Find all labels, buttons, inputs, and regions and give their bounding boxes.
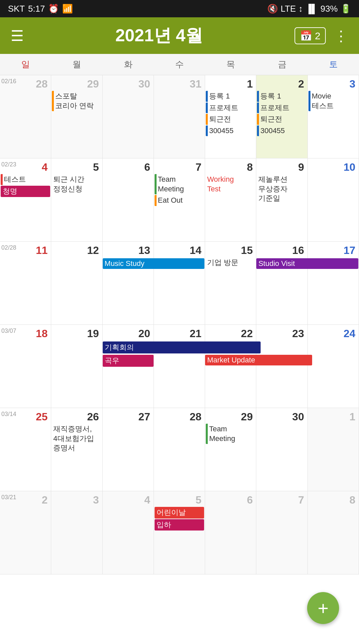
day-num: 4 [103,493,153,506]
day-cell[interactable]: 5 퇴근 시간 정정신청 [51,158,102,242]
day-num: 1 [308,409,358,423]
mute-icon: 🔇 [267,4,278,14]
day-cell[interactable]: 4 [103,491,154,574]
day-num: 2 [257,77,306,90]
day-cell[interactable]: 8 [308,491,359,574]
day-header-sat: 토 [308,54,359,75]
carrier: SKT [8,4,25,14]
day-num: 31 [155,77,204,90]
day-cell[interactable]: 13 Music Study [103,242,154,325]
day-num: 22 [206,326,255,340]
day-cell[interactable]: 30 [103,75,154,158]
day-cell[interactable]: 6 [103,158,154,242]
more-icon[interactable]: ⋮ [334,27,348,44]
event-label: Eat Out [155,195,204,206]
event-label: 등록 1 [257,91,306,102]
day-cell[interactable]: 29 스포탈 코리아 연락 [51,75,102,158]
day-cell[interactable]: 5 어린이날 입하 [154,491,205,574]
day-num: 29 [206,409,255,423]
day-cell[interactable]: 8 Working Test [205,158,256,242]
day-cell[interactable]: 14 [154,242,205,325]
day-cell[interactable]: 21 [154,325,205,408]
today-button[interactable]: 📅 2 [295,27,326,44]
event-label: 재직증명서, 4대보험가입 증명서 [52,424,101,454]
day-cell[interactable]: 02/16 28 [0,75,51,158]
day-cell[interactable]: 9 제놀루션 무상증자 기준일 [256,158,307,242]
battery-icon: 🔋 [340,4,351,14]
day-num: 12 [52,243,101,257]
day-cell[interactable]: 24 [308,325,359,408]
event-label: 스포탈 코리아 연락 [52,91,101,111]
day-cell[interactable]: 28 [154,408,205,491]
day-cell[interactable]: 7 [256,491,307,574]
day-cell[interactable]: 22 Market Update [205,325,256,408]
today-num: 2 [315,30,320,41]
day-num: 5 [52,160,101,173]
day-cell[interactable]: 12 [51,242,102,325]
day-cell[interactable]: 3 Movie 테스트 [308,75,359,158]
signal-icon: 📶 [62,4,73,14]
week-row-3: 02/28 11 12 13 Music Study 14 15 기업 방문 1… [0,242,359,325]
menu-icon[interactable]: ☰ [11,27,24,44]
day-cell[interactable]: 7 Team Meeting Eat Out [154,158,205,242]
day-cell[interactable]: 02/23 4 테스트 청명 [0,158,51,242]
day-cell[interactable]: 03/14 25 [0,408,51,491]
day-num: 14 [155,243,204,257]
day-cell[interactable]: 3 [51,491,102,574]
add-event-button[interactable]: + [307,592,339,624]
week-row-4: 03/07 18 19 20 기획회의 곡우 21 22 Market Upda… [0,325,359,408]
day-cell[interactable]: 10 [308,158,359,242]
day-num: 29 [52,77,101,90]
day-cell[interactable]: 6 [205,491,256,574]
event-childrens-day: 어린이날 [155,507,204,519]
day-cell[interactable]: 1 [308,408,359,491]
day-cell[interactable]: 27 [103,408,154,491]
day-headers: 일 월 화 수 목 금 토 [0,54,359,75]
day-num: 8 [206,160,255,173]
event-label: 등록 1 [206,91,255,102]
event-label: 테스트 [1,174,50,185]
event-studio-visit: Studio Visit [256,258,358,269]
day-num: 20 [103,326,153,340]
event-label: 프로제트 [257,103,306,113]
day-num: 26 [52,409,101,423]
day-num: 10 [308,160,358,173]
day-header-sun: 일 [0,54,51,75]
day-cell[interactable]: 20 기획회의 곡우 [103,325,154,408]
day-cell-today[interactable]: 2 등록 1 프로제트 퇴근전 300455 [256,75,307,158]
day-num: 16 [257,243,306,257]
day-cell[interactable]: 17 [308,242,359,325]
wifi-icon: ↕ [299,4,303,14]
battery: 93% [320,4,338,14]
day-num: 23 [257,326,306,340]
day-cell[interactable]: 31 [154,75,205,158]
day-cell[interactable]: 26 재직증명서, 4대보험가입 증명서 [51,408,102,491]
day-cell[interactable]: 15 기업 방문 [205,242,256,325]
day-num: 6 [103,160,153,173]
day-cell[interactable]: 03/21 2 [0,491,51,574]
day-cell[interactable]: 16 Studio Visit [256,242,307,325]
day-cell[interactable]: 23 [256,325,307,408]
day-cell[interactable]: 29 Team Meeting [205,408,256,491]
event-ipha: 입하 [155,519,204,531]
day-cell[interactable]: 30 [256,408,307,491]
day-cell[interactable]: 19 [51,325,102,408]
day-cell[interactable]: 02/28 11 [0,242,51,325]
event-label: Movie 테스트 [308,91,358,111]
event-label: 퇴근 시간 정정신청 [52,174,101,194]
lte-label: LTE [281,4,296,14]
day-header-mon: 월 [51,54,102,75]
day-num: 8 [308,493,358,506]
status-left: SKT 5:17 ⏰ 📶 [8,4,73,14]
day-num: 24 [308,326,358,340]
day-num: 15 [206,243,255,257]
week-num: 02/16 [1,78,16,85]
day-num: 1 [206,77,255,90]
day-header-fri: 금 [256,54,307,75]
day-cell[interactable]: 03/07 18 [0,325,51,408]
day-num: 30 [103,77,153,90]
event-label: 프로제트 [206,103,255,113]
day-cell[interactable]: 1 등록 1 프로제트 퇴근전 300455 [205,75,256,158]
event-music-study: Music Study [103,258,205,269]
signal-bars: ▐▌ [305,4,318,14]
